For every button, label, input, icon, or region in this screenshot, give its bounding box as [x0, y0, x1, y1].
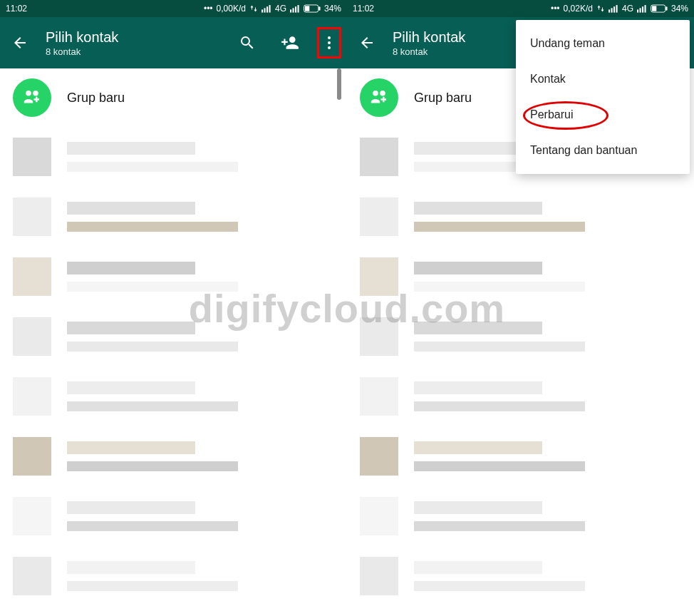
svg-rect-3	[269, 5, 270, 13]
new-contact-button[interactable]	[274, 27, 306, 58]
new-group-row[interactable]: Grup baru	[0, 68, 347, 127]
search-icon	[239, 34, 256, 51]
status-data-rate: 0,02K/d	[564, 4, 593, 14]
text-placeholder	[414, 222, 585, 232]
back-button[interactable]	[353, 29, 381, 57]
text-placeholder	[67, 441, 195, 454]
appbar-title: Pilih kontak	[46, 29, 118, 45]
list-item[interactable]	[0, 546, 347, 606]
more-options-button[interactable]	[317, 27, 341, 58]
status-time: 11:02	[6, 4, 27, 14]
avatar-placeholder	[360, 138, 398, 176]
list-item[interactable]	[0, 127, 347, 187]
list-item[interactable]	[347, 426, 694, 486]
new-group-label: Grup baru	[67, 91, 125, 106]
text-placeholder	[414, 262, 542, 274]
avatar-placeholder	[360, 377, 398, 416]
list-item[interactable]	[0, 366, 347, 426]
list-item[interactable]	[0, 426, 347, 486]
status-battery: 34%	[324, 4, 341, 14]
updown-icon	[249, 4, 258, 13]
avatar-placeholder	[13, 317, 51, 356]
new-group-avatar	[13, 78, 51, 117]
contact-list-blurred	[0, 127, 347, 606]
updown-icon	[596, 4, 605, 13]
list-item[interactable]	[347, 366, 694, 426]
avatar-placeholder	[13, 557, 51, 595]
list-item[interactable]	[0, 307, 347, 366]
svg-rect-9	[305, 6, 309, 11]
list-item[interactable]	[0, 247, 347, 307]
battery-icon	[304, 4, 321, 13]
more-vert-icon	[321, 34, 338, 51]
svg-rect-17	[616, 5, 617, 13]
text-placeholder	[67, 561, 195, 574]
search-button[interactable]	[232, 27, 263, 58]
list-item[interactable]	[347, 247, 694, 307]
text-placeholder	[67, 162, 238, 172]
avatar-placeholder	[13, 497, 51, 535]
text-placeholder	[414, 282, 585, 292]
text-placeholder	[414, 322, 542, 334]
signal-icon	[261, 4, 271, 13]
menu-item-label: Perbarui	[530, 108, 573, 120]
text-placeholder	[67, 581, 238, 591]
battery-icon	[651, 4, 668, 13]
app-bar: Pilih kontak 8 kontak	[0, 17, 347, 68]
svg-rect-10	[318, 6, 320, 11]
menu-item-label: Kontak	[530, 73, 566, 85]
status-dots: •••	[551, 4, 560, 14]
avatar-placeholder	[13, 437, 51, 476]
list-item[interactable]	[347, 307, 694, 366]
status-network: 4G	[622, 4, 633, 14]
status-data-rate: 0,00K/d	[217, 4, 246, 14]
list-item[interactable]	[0, 486, 347, 546]
svg-rect-14	[608, 9, 610, 12]
text-placeholder	[414, 561, 542, 574]
svg-rect-5	[292, 8, 294, 12]
avatar-placeholder	[360, 437, 398, 476]
status-time: 11:02	[353, 4, 374, 14]
new-group-label: Grup baru	[414, 91, 472, 106]
back-button[interactable]	[6, 29, 34, 57]
text-placeholder	[414, 581, 585, 591]
list-item[interactable]	[347, 486, 694, 546]
list-item[interactable]	[347, 546, 694, 606]
avatar-placeholder	[13, 197, 51, 236]
signal-icon	[608, 4, 618, 13]
text-placeholder	[67, 381, 195, 394]
menu-item[interactable]: Perbarui	[516, 97, 690, 133]
avatar-placeholder	[360, 197, 398, 236]
list-item[interactable]	[347, 187, 694, 247]
screen-left: 11:02 ••• 0,00K/d 4G 34% Pilih kontak 8 …	[0, 0, 347, 616]
svg-rect-7	[297, 5, 299, 13]
svg-rect-1	[264, 8, 265, 12]
arrow-back-icon	[358, 34, 376, 51]
text-placeholder	[414, 401, 585, 411]
text-placeholder	[414, 342, 585, 351]
menu-item[interactable]: Undang teman	[516, 26, 690, 61]
avatar-placeholder	[13, 377, 51, 416]
menu-item[interactable]: Kontak	[516, 61, 690, 97]
appbar-subtitle: 8 kontak	[46, 46, 118, 57]
avatar-placeholder	[360, 257, 398, 296]
list-item[interactable]	[0, 187, 347, 247]
svg-point-12	[328, 41, 331, 44]
group-add-icon	[368, 87, 390, 108]
svg-rect-19	[639, 8, 641, 12]
text-placeholder	[67, 142, 195, 155]
appbar-title: Pilih kontak	[393, 29, 465, 45]
content-area: Grup baru	[0, 68, 347, 616]
svg-point-11	[328, 36, 331, 39]
text-placeholder	[414, 202, 542, 215]
svg-rect-23	[652, 6, 656, 11]
scroll-indicator[interactable]	[337, 68, 341, 100]
status-battery: 34%	[671, 4, 688, 14]
text-placeholder	[67, 202, 195, 215]
status-dots: •••	[204, 4, 213, 14]
avatar-placeholder	[360, 497, 398, 535]
avatar-placeholder	[13, 257, 51, 296]
menu-item-label: Undang teman	[530, 37, 605, 49]
menu-item[interactable]: Tentang dan bantuan	[516, 133, 690, 168]
text-placeholder	[67, 222, 238, 232]
